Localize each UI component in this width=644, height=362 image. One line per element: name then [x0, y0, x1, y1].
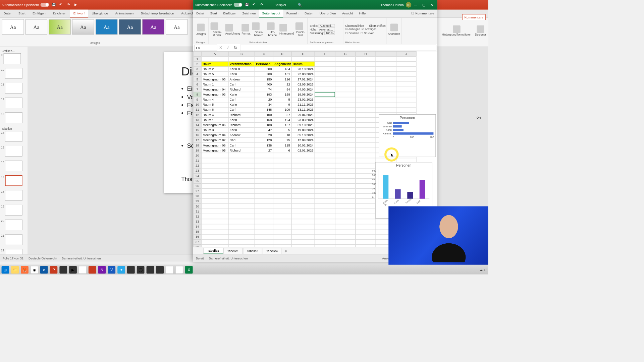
orientation-button[interactable]: Ausrichtung [225, 24, 240, 35]
slide-thumbnail[interactable]: 17 [1, 175, 27, 186]
accessibility-status[interactable]: Barrierefreiheit: Untersuchen [209, 256, 248, 260]
app-icon[interactable] [156, 266, 164, 274]
edge-icon[interactable]: e [40, 266, 48, 274]
app-icon[interactable]: ▶ [69, 266, 77, 274]
excel-icon[interactable]: X [185, 266, 193, 274]
cancel-icon[interactable]: ✕ [219, 45, 222, 50]
slide-thumbnail[interactable]: 15 [1, 146, 27, 157]
autosave-toggle[interactable]: Automatisches Speichern [2, 3, 49, 7]
quick-access-toolbar[interactable]: 💾↶↷▶ [52, 3, 78, 7]
telegram-icon[interactable]: ✈ [117, 266, 125, 274]
formula-input[interactable] [240, 45, 436, 51]
accessibility-status[interactable]: Barrierefreiheit: Untersuchen [62, 256, 101, 260]
print-titles-button[interactable]: Druck-titel [296, 22, 305, 36]
ribbon-tab-animationen[interactable]: Animationen [112, 10, 137, 17]
ribbon-tab-datei[interactable]: Datei [193, 10, 207, 17]
ribbon-tab-ansicht[interactable]: Ansicht [339, 10, 356, 17]
slide-thumbnail-panel[interactable]: Grafiken… 910111213 Tabellen 14151617181… [0, 47, 28, 254]
sheet-tab[interactable]: Tabelle3 [243, 248, 262, 254]
comments-button[interactable]: ☐ Kommentare [408, 10, 437, 17]
language-indicator[interactable]: Deutsch (Österreich) [29, 256, 57, 260]
ribbon-tab-seitenlayout[interactable]: Seitenlayout [259, 10, 283, 17]
name-box[interactable] [194, 45, 217, 51]
ribbon-tab-zeichnen[interactable]: Zeichnen [49, 10, 70, 17]
user-avatar[interactable]: TH [406, 2, 412, 8]
ribbon-tab-überprüfen[interactable]: Überprüfen [316, 10, 339, 17]
maximize-icon[interactable]: ▢ [422, 3, 425, 7]
quick-access-toolbar[interactable]: 💾↶↷ [245, 3, 264, 7]
sheet-tab[interactable]: Tabelle4 [263, 248, 282, 254]
slide-thumbnail[interactable]: 13 [1, 112, 27, 123]
margins-button[interactable]: Seiten-ränder [211, 22, 224, 36]
autosave-toggle[interactable]: Automatisches Speichern [195, 3, 243, 7]
app-icon[interactable] [79, 266, 87, 274]
section-header[interactable]: Grafiken… [2, 49, 27, 52]
ribbon-tab-hilfe[interactable]: Hilfe [356, 10, 369, 17]
slide-thumbnail[interactable]: 10 [1, 68, 27, 79]
sheet-tab[interactable]: Tabelle1 [223, 248, 243, 254]
ribbon-tab-formeln[interactable]: Formeln [283, 10, 302, 17]
app-icon[interactable] [89, 266, 96, 274]
visualstudio-icon[interactable]: V [108, 266, 115, 274]
designs-button[interactable]: DesignsDesigns [193, 18, 208, 44]
powerpoint-icon[interactable]: P [50, 266, 58, 274]
chrome-icon[interactable]: ◉ [31, 266, 38, 274]
app-icon[interactable] [127, 266, 135, 274]
onenote-icon[interactable]: N [98, 266, 106, 274]
document-name[interactable]: Beispiel… [274, 3, 289, 7]
ribbon-tab-start[interactable]: Start [207, 10, 220, 17]
user-name[interactable]: Thomas Hruska [380, 3, 404, 7]
format-background-button[interactable]: Hintergrund formatieren [442, 25, 471, 36]
arrange-button[interactable]: Anordnen [386, 18, 401, 44]
slide-thumbnail[interactable]: 21 [1, 234, 27, 245]
ribbon-tab-bildschirmpräsentation[interactable]: Bildschirmpräsentation [137, 10, 178, 17]
slideshow-icon: ▶ [74, 3, 78, 7]
size-button[interactable]: Format [241, 24, 250, 35]
slide-thumbnail[interactable]: 11 [1, 83, 27, 94]
slide-thumbnail[interactable]: 18 [1, 190, 27, 201]
section-header[interactable]: Tabellen [2, 127, 27, 130]
slide-thumbnail[interactable]: 20 [1, 220, 27, 230]
ribbon-tab-zeichnen[interactable]: Zeichnen [239, 10, 259, 17]
slide-thumbnail[interactable]: 19 [1, 205, 27, 216]
ribbon-tab-übergänge[interactable]: Übergänge [88, 10, 112, 17]
fx-icon[interactable]: fx [234, 45, 237, 50]
webcam-overlay [388, 206, 488, 264]
print-area-button[interactable]: Druck-bereich [252, 22, 266, 36]
sheet-tab[interactable]: Tabelle2 [203, 248, 223, 254]
app-icon[interactable] [166, 266, 173, 274]
slide-thumbnail[interactable]: 22 [1, 249, 27, 255]
slide-thumbnail[interactable]: 16 [1, 161, 27, 171]
redo-icon: ↷ [67, 3, 71, 7]
ribbon-tab-entwurf[interactable]: Entwurf [70, 10, 88, 17]
ribbon-tab-start[interactable]: Start [15, 10, 29, 17]
design-gallery[interactable]: AaAaAa AaAaAa AaAa [2, 19, 187, 35]
enter-icon[interactable]: ✓ [226, 45, 230, 50]
minimize-icon[interactable]: — [414, 3, 417, 7]
search-icon[interactable]: 🔍 [298, 3, 302, 7]
slide-thumbnail[interactable]: 9 [1, 53, 27, 64]
ribbon-tab-einfügen[interactable]: Einfügen [220, 10, 239, 17]
ribbon-tab-daten[interactable]: Daten [302, 10, 316, 17]
firefox-icon[interactable]: 🦊 [21, 266, 29, 274]
ribbon-tab-datei[interactable]: Datei [0, 10, 15, 17]
new-sheet-button[interactable]: ⊕ [284, 249, 287, 253]
app-icon[interactable] [175, 266, 183, 274]
save-icon: 💾 [52, 3, 56, 7]
comments-button[interactable]: Kommentare [462, 14, 486, 20]
app-icon[interactable] [59, 266, 67, 274]
start-button[interactable]: ⊞ [2, 266, 9, 274]
undo-icon: ↶ [253, 3, 257, 7]
ribbon-tab-einfügen[interactable]: Einfügen [29, 10, 49, 17]
zoom-value[interactable]: 0% [477, 116, 481, 120]
close-icon[interactable]: ✕ [430, 3, 433, 7]
designer-button[interactable]: Designer [475, 25, 486, 36]
app-icon[interactable]: ◯ [137, 266, 145, 274]
slide-thumbnail[interactable]: 14 [1, 131, 27, 142]
breaks-button[interactable]: Um-brüche [267, 22, 278, 36]
file-explorer-icon[interactable]: 📁 [11, 266, 19, 274]
slide-thumbnail[interactable]: 12 [1, 98, 27, 108]
background-button[interactable]: Hintergrund [279, 24, 294, 35]
weather-widget[interactable]: ☁ 5° [480, 268, 486, 272]
app-icon[interactable] [147, 266, 154, 274]
